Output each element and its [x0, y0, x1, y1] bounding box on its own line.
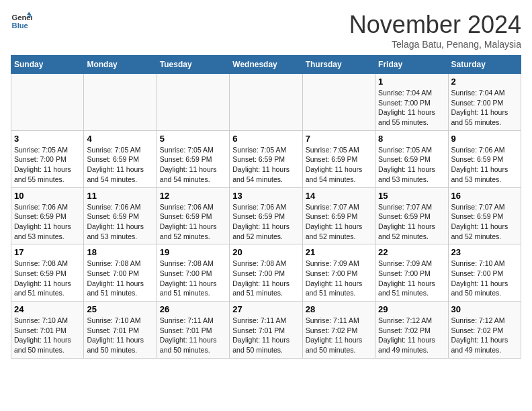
- col-header-thursday: Thursday: [302, 56, 375, 74]
- day-info: Sunrise: 7:08 AMSunset: 7:00 PMDaylight:…: [232, 259, 299, 298]
- calendar-cell: 7Sunrise: 7:05 AMSunset: 6:59 PMDaylight…: [302, 130, 375, 187]
- day-number: 9: [451, 134, 518, 144]
- calendar-week-row: 24Sunrise: 7:10 AMSunset: 7:01 PMDayligh…: [11, 302, 521, 359]
- calendar-cell: 30Sunrise: 7:12 AMSunset: 7:02 PMDayligh…: [448, 302, 521, 359]
- col-header-saturday: Saturday: [448, 56, 521, 74]
- calendar-cell: 4Sunrise: 7:05 AMSunset: 6:59 PMDaylight…: [84, 130, 157, 187]
- calendar-cell: 21Sunrise: 7:09 AMSunset: 7:00 PMDayligh…: [302, 244, 375, 302]
- calendar-cell: 26Sunrise: 7:11 AMSunset: 7:01 PMDayligh…: [157, 302, 229, 359]
- calendar-week-row: 10Sunrise: 7:06 AMSunset: 6:59 PMDayligh…: [11, 187, 521, 244]
- calendar-cell: 23Sunrise: 7:10 AMSunset: 7:00 PMDayligh…: [448, 244, 521, 302]
- day-number: 26: [160, 304, 226, 314]
- calendar-cell: 11Sunrise: 7:06 AMSunset: 6:59 PMDayligh…: [84, 187, 157, 244]
- day-number: 1: [378, 77, 445, 87]
- calendar-cell: 9Sunrise: 7:06 AMSunset: 6:59 PMDaylight…: [448, 130, 521, 187]
- calendar-cell: 2Sunrise: 7:04 AMSunset: 7:00 PMDaylight…: [448, 74, 521, 131]
- day-info: Sunrise: 7:11 AMSunset: 7:01 PMDaylight:…: [232, 316, 299, 355]
- day-info: Sunrise: 7:07 AMSunset: 6:59 PMDaylight:…: [306, 202, 372, 242]
- page-header: General Blue November 2024 Telaga Batu, …: [11, 11, 521, 50]
- day-number: 12: [160, 191, 226, 201]
- day-info: Sunrise: 7:12 AMSunset: 7:02 PMDaylight:…: [451, 316, 518, 355]
- calendar-cell: 1Sunrise: 7:04 AMSunset: 7:00 PMDaylight…: [375, 74, 448, 131]
- day-number: 22: [378, 247, 445, 257]
- day-number: 8: [378, 134, 445, 144]
- day-info: Sunrise: 7:05 AMSunset: 6:59 PMDaylight:…: [378, 145, 445, 185]
- day-number: 6: [232, 134, 299, 144]
- calendar-cell: 6Sunrise: 7:05 AMSunset: 6:59 PMDaylight…: [230, 130, 302, 187]
- day-number: 28: [306, 304, 372, 314]
- calendar-week-row: 17Sunrise: 7:08 AMSunset: 6:59 PMDayligh…: [11, 244, 521, 302]
- calendar-cell: 17Sunrise: 7:08 AMSunset: 6:59 PMDayligh…: [11, 244, 84, 302]
- day-number: 13: [232, 191, 299, 201]
- title-block: November 2024 Telaga Batu, Penang, Malay…: [349, 11, 521, 50]
- day-info: Sunrise: 7:05 AMSunset: 6:59 PMDaylight:…: [232, 145, 299, 185]
- calendar-cell: [157, 74, 229, 131]
- day-number: 17: [14, 247, 81, 257]
- calendar-cell: 28Sunrise: 7:11 AMSunset: 7:02 PMDayligh…: [302, 302, 375, 359]
- calendar-cell: [11, 74, 84, 131]
- day-number: 7: [306, 134, 372, 144]
- col-header-monday: Monday: [84, 56, 157, 74]
- day-info: Sunrise: 7:05 AMSunset: 6:59 PMDaylight:…: [87, 145, 153, 185]
- day-number: 3: [14, 134, 81, 144]
- day-info: Sunrise: 7:12 AMSunset: 7:02 PMDaylight:…: [378, 316, 445, 355]
- calendar-cell: 27Sunrise: 7:11 AMSunset: 7:01 PMDayligh…: [230, 302, 302, 359]
- day-number: 29: [378, 304, 445, 314]
- calendar-cell: 19Sunrise: 7:08 AMSunset: 7:00 PMDayligh…: [157, 244, 229, 302]
- calendar-cell: 25Sunrise: 7:10 AMSunset: 7:01 PMDayligh…: [84, 302, 157, 359]
- day-info: Sunrise: 7:11 AMSunset: 7:01 PMDaylight:…: [160, 316, 226, 355]
- day-number: 23: [451, 247, 518, 257]
- calendar-cell: 24Sunrise: 7:10 AMSunset: 7:01 PMDayligh…: [11, 302, 84, 359]
- logo-icon: General Blue: [11, 11, 32, 32]
- calendar-cell: 16Sunrise: 7:07 AMSunset: 6:59 PMDayligh…: [448, 187, 521, 244]
- calendar-cell: 12Sunrise: 7:06 AMSunset: 6:59 PMDayligh…: [157, 187, 229, 244]
- day-info: Sunrise: 7:08 AMSunset: 6:59 PMDaylight:…: [14, 259, 81, 298]
- calendar-cell: 8Sunrise: 7:05 AMSunset: 6:59 PMDaylight…: [375, 130, 448, 187]
- day-info: Sunrise: 7:10 AMSunset: 7:01 PMDaylight:…: [14, 316, 81, 355]
- day-number: 19: [160, 247, 226, 257]
- calendar-cell: 20Sunrise: 7:08 AMSunset: 7:00 PMDayligh…: [230, 244, 302, 302]
- day-info: Sunrise: 7:08 AMSunset: 7:00 PMDaylight:…: [87, 259, 153, 298]
- day-number: 15: [378, 191, 445, 201]
- day-number: 25: [87, 304, 153, 314]
- calendar-cell: 15Sunrise: 7:07 AMSunset: 6:59 PMDayligh…: [375, 187, 448, 244]
- logo: General Blue: [11, 11, 32, 32]
- day-number: 10: [14, 191, 81, 201]
- col-header-friday: Friday: [375, 56, 448, 74]
- day-number: 18: [87, 247, 153, 257]
- day-number: 21: [306, 247, 372, 257]
- day-info: Sunrise: 7:07 AMSunset: 6:59 PMDaylight:…: [378, 202, 445, 242]
- day-info: Sunrise: 7:04 AMSunset: 7:00 PMDaylight:…: [451, 88, 518, 128]
- day-number: 30: [451, 304, 518, 314]
- day-info: Sunrise: 7:06 AMSunset: 6:59 PMDaylight:…: [451, 145, 518, 185]
- day-info: Sunrise: 7:10 AMSunset: 7:01 PMDaylight:…: [87, 316, 153, 355]
- calendar-cell: [302, 74, 375, 131]
- day-number: 4: [87, 134, 153, 144]
- col-header-wednesday: Wednesday: [230, 56, 302, 74]
- day-number: 16: [451, 191, 518, 201]
- svg-text:Blue: Blue: [12, 21, 28, 30]
- day-info: Sunrise: 7:09 AMSunset: 7:00 PMDaylight:…: [378, 259, 445, 298]
- day-info: Sunrise: 7:08 AMSunset: 7:00 PMDaylight:…: [160, 259, 226, 298]
- day-number: 20: [232, 247, 299, 257]
- calendar-cell: [84, 74, 157, 131]
- calendar-week-row: 3Sunrise: 7:05 AMSunset: 7:00 PMDaylight…: [11, 130, 521, 187]
- calendar-cell: [230, 74, 302, 131]
- col-header-tuesday: Tuesday: [157, 56, 229, 74]
- day-info: Sunrise: 7:10 AMSunset: 7:00 PMDaylight:…: [451, 259, 518, 298]
- calendar-cell: 5Sunrise: 7:05 AMSunset: 6:59 PMDaylight…: [157, 130, 229, 187]
- day-number: 11: [87, 191, 153, 201]
- calendar-cell: 18Sunrise: 7:08 AMSunset: 7:00 PMDayligh…: [84, 244, 157, 302]
- day-info: Sunrise: 7:06 AMSunset: 6:59 PMDaylight:…: [232, 202, 299, 242]
- calendar-cell: 14Sunrise: 7:07 AMSunset: 6:59 PMDayligh…: [302, 187, 375, 244]
- calendar-cell: 13Sunrise: 7:06 AMSunset: 6:59 PMDayligh…: [230, 187, 302, 244]
- day-info: Sunrise: 7:11 AMSunset: 7:02 PMDaylight:…: [306, 316, 372, 355]
- calendar-cell: 22Sunrise: 7:09 AMSunset: 7:00 PMDayligh…: [375, 244, 448, 302]
- day-number: 27: [232, 304, 299, 314]
- day-info: Sunrise: 7:05 AMSunset: 6:59 PMDaylight:…: [306, 145, 372, 185]
- day-info: Sunrise: 7:06 AMSunset: 6:59 PMDaylight:…: [14, 202, 81, 242]
- calendar-cell: 10Sunrise: 7:06 AMSunset: 6:59 PMDayligh…: [11, 187, 84, 244]
- calendar-table: SundayMondayTuesdayWednesdayThursdayFrid…: [11, 55, 521, 359]
- day-info: Sunrise: 7:09 AMSunset: 7:00 PMDaylight:…: [306, 259, 372, 298]
- col-header-sunday: Sunday: [11, 56, 84, 74]
